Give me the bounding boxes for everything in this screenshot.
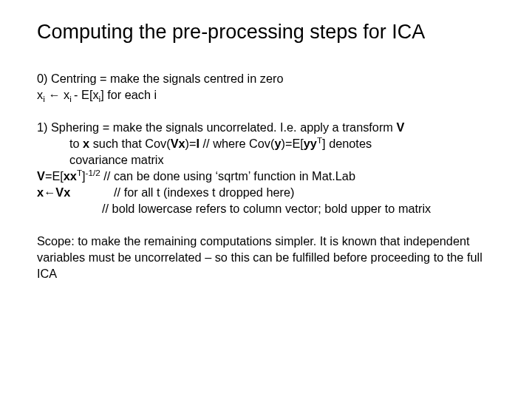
- text: // can be done using ‘sqrtm’ function in…: [100, 169, 355, 183]
- text: to: [69, 137, 83, 150]
- text: - E[x: [74, 88, 98, 101]
- text: )=: [185, 137, 197, 150]
- step-1-line-6: // bold lowercase refers to column vecto…: [37, 200, 495, 216]
- step-1-line-4: V=E[xxT]-1/2 // can be done using ‘sqrtm…: [37, 168, 495, 184]
- text: )=E[: [281, 137, 303, 150]
- var-x: x: [37, 88, 43, 101]
- step-0-line-2: xi ← xi - E[xi] for each i: [37, 86, 495, 103]
- Vx: Vx: [171, 137, 185, 150]
- step-1-line-3: covariance matrix: [37, 151, 495, 168]
- scope-paragraph: Scope: to make the remaining computation…: [37, 233, 495, 282]
- sup-power: -1/2: [86, 168, 100, 177]
- slide-title: Computing the pre-processing steps for I…: [37, 21, 495, 44]
- text: 1) Sphering = make the signals uncorrela…: [37, 120, 396, 134]
- sup-T: T: [77, 168, 82, 177]
- slide: Computing the pre-processing steps for I…: [0, 0, 532, 399]
- yy: yy: [304, 137, 317, 150]
- text: // where Cov(: [200, 137, 274, 150]
- matrix-V: V: [396, 120, 404, 134]
- step-1-line-2: to x such that Cov(Vx)=I // where Cov(y)…: [37, 135, 495, 151]
- step-1-line-1: 1) Sphering = make the signals uncorrela…: [37, 119, 495, 135]
- xx: xx: [64, 169, 77, 183]
- Vx: Vx: [55, 185, 70, 199]
- text: =E[: [45, 169, 64, 183]
- step-0: 0) Centring = make the signals centred i…: [37, 70, 495, 103]
- step-1-line-5: x←Vx // for all t (indexes t dropped her…: [37, 184, 495, 200]
- matrix-V: V: [37, 169, 45, 183]
- text: ] denotes: [322, 137, 372, 150]
- arrow-left: ← x: [45, 88, 69, 101]
- arrow-left: ←: [44, 185, 55, 199]
- vector-x: x: [83, 137, 89, 150]
- text: // for all t (indexes t dropped here): [70, 185, 294, 199]
- text: ] for each i: [100, 88, 157, 101]
- step-1: 1) Sphering = make the signals uncorrela…: [37, 119, 495, 216]
- vector-x: x: [37, 185, 44, 199]
- text: such that Cov(: [89, 137, 171, 150]
- step-0-line-1: 0) Centring = make the signals centred i…: [37, 70, 495, 86]
